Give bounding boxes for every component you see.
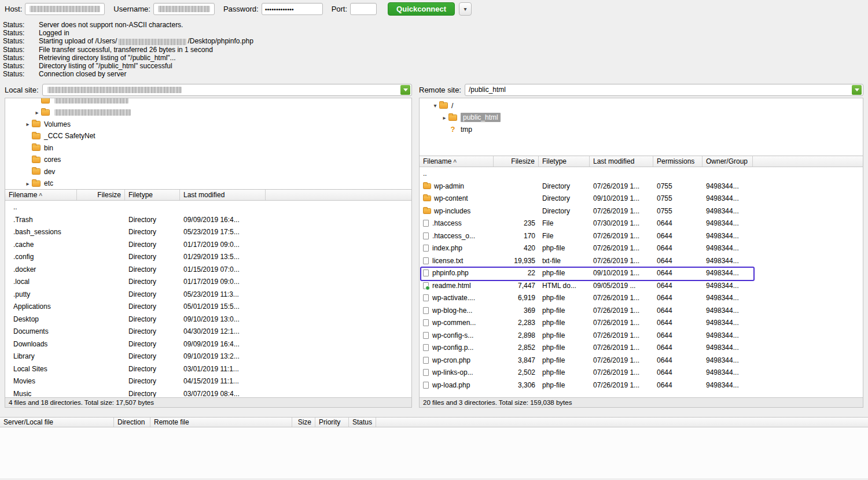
status-line: Status:Directory listing of "/public_htm… [3,62,863,70]
file-icon [423,269,429,276]
column-header-last-modified[interactable]: Last modified [590,156,653,167]
remote-site-combo[interactable]: /public_html [465,84,863,96]
file-row-index.php[interactable]: index.php420php-file07/26/2019 1...06449… [420,242,863,254]
disclosure-right-icon[interactable]: ▸ [440,115,448,121]
file-row-wp-activate....[interactable]: wp-activate....6,919php-file07/26/2019 1… [420,291,863,304]
file-row-.putty[interactable]: .puttyDirectory05/23/2019 11:3... [5,288,411,301]
column-header-filename[interactable]: Filename^ [5,190,77,200]
folder-icon [32,157,41,163]
cell-filesize: 2,283 [494,316,539,329]
file-row-wp-includes[interactable]: wp-includesDirectory07/26/2019 1...07559… [420,205,863,217]
file-row-..[interactable]: .. [420,167,863,180]
quickconnect-button[interactable]: Quickconnect [388,2,455,16]
file-row-wp-load.php[interactable]: wp-load.php3,306php-file07/26/2019 1...0… [420,379,863,392]
username-input[interactable] [153,3,215,15]
cell-filename: .htaccess_o... [420,230,494,242]
disclosure-right-icon[interactable]: ▸ [24,180,32,187]
column-header-server-local-file[interactable]: Server/Local file [0,418,114,427]
remote-site-dropdown-button[interactable] [852,85,862,95]
column-header-filename[interactable]: Filename^ [420,156,494,167]
password-input[interactable]: ••••••••••••• [262,3,323,15]
file-icon [423,220,429,227]
file-row-wp-commen...[interactable]: wp-commen...2,283php-file07/26/2019 1...… [420,316,863,329]
file-row-Documents[interactable]: DocumentsDirectory04/30/2019 12:1... [5,325,411,338]
port-input[interactable] [350,3,377,15]
cell-filesize: 2,502 [494,366,539,379]
file-row-wp-blog-he...[interactable]: wp-blog-he...369php-file07/26/2019 1...0… [420,304,863,317]
column-header-status[interactable]: Status [349,418,376,427]
tree-item-etc[interactable]: ▸etc [5,178,411,190]
column-header-priority[interactable]: Priority [315,418,349,427]
column-header-filesize[interactable]: Filesize [494,156,539,167]
file-row-wp-links-op...[interactable]: wp-links-op...2,502php-file07/26/2019 1.… [420,366,863,379]
file-row-.cache[interactable]: .cacheDirectory01/17/2019 09:0... [5,238,411,251]
column-header-filler [753,156,863,167]
file-row-.htaccess_o...[interactable]: .htaccess_o...170File07/26/2019 1...0644… [420,230,863,242]
disclosure-right-icon[interactable]: ▸ [33,109,41,116]
tree-item-bin[interactable]: bin [5,142,411,154]
tree-item-_CCC-SafetyNet[interactable]: _CCC SafetyNet [5,130,411,142]
file-row-..[interactable]: .. [5,201,411,213]
file-row-wp-admin[interactable]: wp-adminDirectory07/26/2019 1...07559498… [420,180,863,193]
cell-filename: wp-content [420,192,494,205]
disclosure-down-icon[interactable]: ▾ [431,102,439,109]
cell-permissions: 0644 [653,341,703,354]
file-row-Music[interactable]: MusicDirectory03/07/2019 08:4... [5,387,411,398]
redacted-username-value [158,6,210,12]
host-input[interactable] [25,3,105,15]
cell-filesize: 22 [494,267,539,279]
quickconnect-dropdown-button[interactable]: ▾ [459,2,472,16]
tree-item-redacted[interactable] [5,98,411,106]
file-row-readme.html[interactable]: readme.html7,447HTML do...09/05/2019 ...… [420,279,863,292]
file-row-Applications[interactable]: ApplicationsDirectory05/01/2019 15:5... [5,300,411,313]
tree-item-redacted[interactable]: ▸ [5,106,411,119]
column-header-filetype[interactable]: Filetype [125,190,180,200]
remote-directory-tree: ▾/▸public_html?tmp [420,98,863,156]
file-row-wp-config.p...[interactable]: wp-config.p...2,852php-file07/26/2019 1.… [420,341,863,354]
file-row-license.txt[interactable]: license.txt19,935txt-file07/26/2019 1...… [420,254,863,267]
folder-icon [32,121,41,127]
file-row-phpinfo.php[interactable]: phpinfo.php22php-file09/10/2019 1...0644… [420,267,863,279]
file-row-.docker[interactable]: .dockerDirectory01/15/2019 07:0... [5,263,411,276]
file-row-wp-content[interactable]: wp-contentDirectory09/10/2019 1...075594… [420,192,863,205]
column-header-permissions[interactable]: Permissions [653,156,703,167]
column-header-last-modified[interactable]: Last modified [180,190,266,200]
column-header-owner-group[interactable]: Owner/Group [703,156,753,167]
column-header-direction[interactable]: Direction [114,418,150,427]
column-header-remote-file[interactable]: Remote file [150,418,292,427]
local-site-combo[interactable] [42,84,412,96]
file-row-Library[interactable]: LibraryDirectory09/10/2019 13:2... [5,350,411,363]
file-row-.config[interactable]: .configDirectory01/29/2019 13:5... [5,250,411,263]
file-row-.local[interactable]: .localDirectory01/17/2019 09:0... [5,275,411,288]
cell-owner-group: 9498344... [703,329,753,342]
cell-filename: .cache [5,238,77,251]
column-header-filetype[interactable]: Filetype [539,156,590,167]
cell-filesize [77,313,125,326]
file-row-.Trash[interactable]: .TrashDirectory09/09/2019 16:4... [5,213,411,226]
file-row-Downloads[interactable]: DownloadsDirectory09/09/2019 16:4... [5,338,411,350]
folder-icon [32,180,41,187]
column-header-filesize[interactable]: Filesize [77,190,125,200]
cell-permissions: 0644 [653,279,703,292]
file-row-Movies[interactable]: MoviesDirectory04/15/2019 11:1... [5,375,411,387]
cell-filename: .Trash [5,213,77,226]
tree-item-Volumes[interactable]: ▸Volumes [5,118,411,130]
local-file-list-header: Filename^FilesizeFiletypeLast modified [5,190,411,201]
tree-item-public_html[interactable]: ▸public_html [420,112,863,124]
tree-item-root[interactable]: ▾/ [420,99,863,112]
local-site-dropdown-button[interactable] [400,85,410,95]
file-row-.bash_sessions[interactable]: .bash_sessionsDirectory05/23/2019 17:5..… [5,226,411,238]
file-row-Desktop[interactable]: DesktopDirectory09/10/2019 13:0... [5,313,411,326]
tree-item-tmp[interactable]: ?tmp [420,123,863,135]
file-icon [423,344,429,351]
tree-item-dev[interactable]: dev [5,165,411,178]
file-row-Local-Sites[interactable]: Local SitesDirectory03/01/2019 11:1... [5,363,411,375]
disclosure-right-icon[interactable]: ▸ [24,121,32,127]
file-row-wp-cron.php[interactable]: wp-cron.php3,847php-file07/26/2019 1...0… [420,354,863,367]
cell-permissions: 0644 [653,291,703,304]
column-header-size[interactable]: Size [292,418,315,427]
file-row-.htaccess[interactable]: .htaccess235File07/30/2019 1...064494983… [420,217,863,230]
cell-filesize: 170 [494,230,539,242]
file-row-wp-config-s...[interactable]: wp-config-s...2,898php-file07/26/2019 1.… [420,329,863,342]
tree-item-cores[interactable]: cores [5,154,411,166]
